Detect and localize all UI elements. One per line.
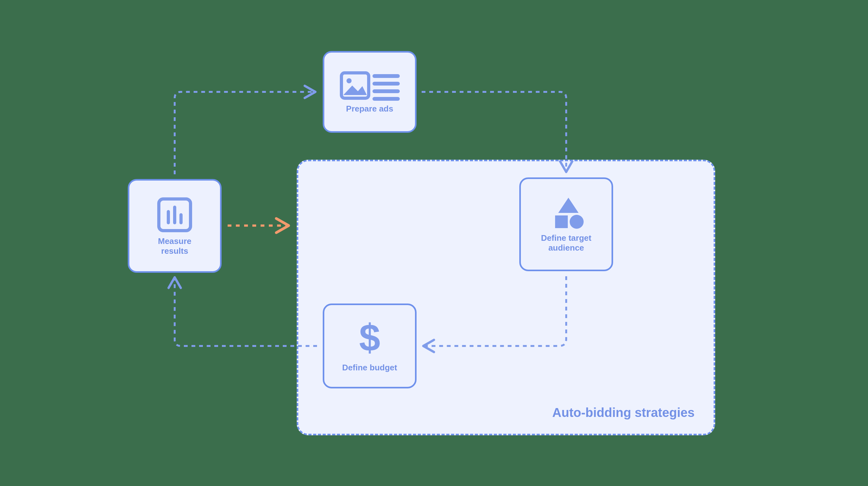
connector-prepare-to-audience [422, 92, 566, 170]
dollar-icon: $ [355, 319, 384, 360]
svg-point-12 [570, 215, 584, 229]
svg-marker-10 [558, 198, 579, 213]
node-define-target-audience: Define target audience [519, 177, 613, 271]
svg-rect-11 [555, 216, 568, 228]
group-label: Auto-bidding strategies [552, 406, 694, 420]
connector-budget-to-measure [175, 279, 317, 346]
node-label: Define budget [342, 363, 397, 372]
node-define-budget: $ Define budget [323, 303, 416, 388]
bar-chart-icon [156, 196, 194, 234]
group-auto-bidding: Auto-bidding strategies [297, 160, 715, 435]
svg-point-5 [346, 78, 351, 83]
image-lines-icon [340, 70, 400, 101]
node-prepare-ads: Prepare ads [323, 51, 416, 133]
connector-measure-to-prepare [175, 92, 314, 174]
node-label: Measure results [158, 236, 191, 256]
shapes-icon [546, 196, 587, 231]
diagram-canvas: Auto-bidding strategies Measure results [0, 0, 868, 486]
node-label: Prepare ads [346, 104, 394, 114]
svg-text:$: $ [359, 319, 380, 359]
node-measure-results: Measure results [128, 179, 222, 273]
node-label: Define target audience [541, 233, 592, 253]
